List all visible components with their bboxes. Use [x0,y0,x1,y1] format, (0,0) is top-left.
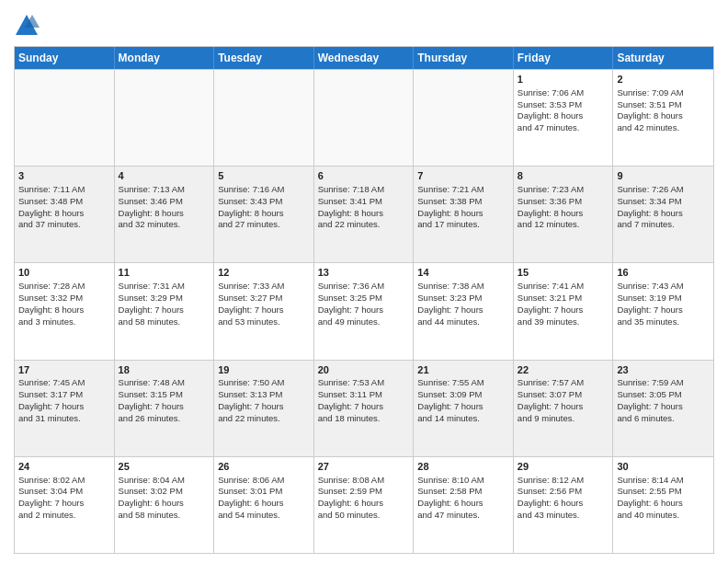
day-number: 20 [318,363,410,377]
calendar-header-cell: Wednesday [314,47,415,69]
calendar-row: 10Sunrise: 7:28 AMSunset: 3:32 PMDayligh… [15,262,713,359]
sunrise-text: Sunrise: 7:16 AM [218,184,310,196]
sunrise-text: Sunrise: 7:53 AM [318,377,410,389]
day-number: 2 [617,73,710,86]
sunset-text: Sunset: 3:04 PM [18,486,110,498]
daylight-minutes: and 49 minutes. [318,316,410,328]
daylight-minutes: and 47 minutes. [518,122,609,134]
sunset-text: Sunset: 3:02 PM [119,486,210,498]
calendar-cell: 22Sunrise: 7:57 AMSunset: 3:07 PMDayligh… [514,361,614,456]
sunset-text: Sunset: 3:46 PM [119,196,210,208]
sunset-text: Sunset: 3:38 PM [417,196,509,208]
sunset-text: Sunset: 3:07 PM [518,389,609,401]
calendar-cell: 5Sunrise: 7:16 AMSunset: 3:43 PMDaylight… [214,167,314,262]
daylight-hours: Daylight: 8 hours [417,208,509,220]
daylight-hours: Daylight: 7 hours [417,304,509,316]
calendar-cell: 7Sunrise: 7:21 AMSunset: 3:38 PMDaylight… [414,167,514,262]
day-number: 23 [617,363,710,377]
calendar-cell: 2Sunrise: 7:09 AMSunset: 3:51 PMDaylight… [613,70,713,166]
sunset-text: Sunset: 3:09 PM [417,389,509,401]
daylight-hours: Daylight: 6 hours [218,498,310,510]
sunrise-text: Sunrise: 7:43 AM [617,281,710,293]
calendar-header-cell: Saturday [613,47,713,69]
logo [14,13,43,39]
sunrise-text: Sunrise: 7:09 AM [617,87,710,99]
calendar-cell: 3Sunrise: 7:11 AMSunset: 3:48 PMDaylight… [15,167,115,262]
sunset-text: Sunset: 3:27 PM [218,293,310,304]
sunrise-text: Sunrise: 7:45 AM [18,377,110,389]
sunrise-text: Sunrise: 7:18 AM [318,184,410,196]
sunrise-text: Sunrise: 8:04 AM [119,475,210,487]
daylight-hours: Daylight: 7 hours [18,401,110,413]
calendar-cell: 25Sunrise: 8:04 AMSunset: 3:02 PMDayligh… [115,457,215,553]
daylight-minutes: and 54 minutes. [218,510,310,522]
calendar-header-cell: Thursday [414,47,514,69]
day-number: 4 [119,169,210,183]
day-number: 3 [18,169,110,183]
sunrise-text: Sunrise: 7:59 AM [617,377,710,389]
daylight-hours: Daylight: 6 hours [518,498,609,510]
day-number: 25 [119,460,210,474]
sunset-text: Sunset: 2:59 PM [318,486,410,498]
calendar-header-cell: Tuesday [214,47,314,69]
daylight-minutes: and 31 minutes. [18,413,110,425]
daylight-minutes: and 58 minutes. [119,510,210,522]
daylight-minutes: and 58 minutes. [119,316,210,328]
sunset-text: Sunset: 3:23 PM [417,293,509,304]
day-number: 29 [518,460,609,474]
daylight-hours: Daylight: 7 hours [119,401,210,413]
calendar-row: 1Sunrise: 7:06 AMSunset: 3:53 PMDaylight… [15,69,713,166]
sunset-text: Sunset: 3:25 PM [318,293,410,304]
sunset-text: Sunset: 3:13 PM [218,389,310,401]
day-number: 21 [417,363,509,377]
daylight-hours: Daylight: 8 hours [218,208,310,220]
calendar-cell: 15Sunrise: 7:41 AMSunset: 3:21 PMDayligh… [514,263,614,359]
sunrise-text: Sunrise: 7:57 AM [518,377,609,389]
daylight-hours: Daylight: 8 hours [518,208,609,220]
daylight-minutes: and 12 minutes. [518,219,609,231]
sunset-text: Sunset: 3:01 PM [218,486,310,498]
daylight-hours: Daylight: 7 hours [518,304,609,316]
daylight-hours: Daylight: 7 hours [617,401,710,413]
daylight-hours: Daylight: 8 hours [119,208,210,220]
daylight-minutes: and 17 minutes. [417,219,509,231]
calendar-cell: 10Sunrise: 7:28 AMSunset: 3:32 PMDayligh… [15,263,115,359]
daylight-hours: Daylight: 8 hours [318,208,410,220]
calendar-cell: 13Sunrise: 7:36 AMSunset: 3:25 PMDayligh… [314,263,415,359]
sunset-text: Sunset: 3:34 PM [617,196,710,208]
calendar-header-cell: Friday [514,47,614,69]
calendar-cell: 18Sunrise: 7:48 AMSunset: 3:15 PMDayligh… [115,361,215,456]
calendar: SundayMondayTuesdayWednesdayThursdayFrid… [14,46,714,554]
calendar-cell: 21Sunrise: 7:55 AMSunset: 3:09 PMDayligh… [414,361,514,456]
daylight-hours: Daylight: 7 hours [18,498,110,510]
sunrise-text: Sunrise: 7:38 AM [417,281,509,293]
calendar-cell: 6Sunrise: 7:18 AMSunset: 3:41 PMDaylight… [314,167,415,262]
sunrise-text: Sunrise: 8:08 AM [318,475,410,487]
sunset-text: Sunset: 3:43 PM [218,196,310,208]
sunset-text: Sunset: 3:17 PM [18,389,110,401]
day-number: 15 [518,266,609,280]
day-number: 26 [218,460,310,474]
calendar-body: 1Sunrise: 7:06 AMSunset: 3:53 PMDaylight… [15,69,713,553]
day-number: 5 [218,169,310,183]
day-number: 11 [119,266,210,280]
sunset-text: Sunset: 3:21 PM [518,293,609,304]
sunrise-text: Sunrise: 7:28 AM [18,281,110,293]
sunset-text: Sunset: 3:36 PM [518,196,609,208]
sunrise-text: Sunrise: 7:21 AM [417,184,509,196]
daylight-minutes: and 6 minutes. [617,413,710,425]
daylight-hours: Daylight: 6 hours [119,498,210,510]
calendar-cell: 26Sunrise: 8:06 AMSunset: 3:01 PMDayligh… [214,457,314,553]
day-number: 6 [318,169,410,183]
daylight-hours: Daylight: 6 hours [417,498,509,510]
daylight-hours: Daylight: 6 hours [617,498,710,510]
calendar-cell: 17Sunrise: 7:45 AMSunset: 3:17 PMDayligh… [15,361,115,456]
daylight-minutes: and 42 minutes. [617,122,710,134]
daylight-minutes: and 2 minutes. [18,510,110,522]
calendar-cell: 28Sunrise: 8:10 AMSunset: 2:58 PMDayligh… [414,457,514,553]
daylight-hours: Daylight: 7 hours [617,304,710,316]
day-number: 22 [518,363,609,377]
calendar-cell: 12Sunrise: 7:33 AMSunset: 3:27 PMDayligh… [214,263,314,359]
daylight-hours: Daylight: 8 hours [18,304,110,316]
day-number: 24 [18,460,110,474]
